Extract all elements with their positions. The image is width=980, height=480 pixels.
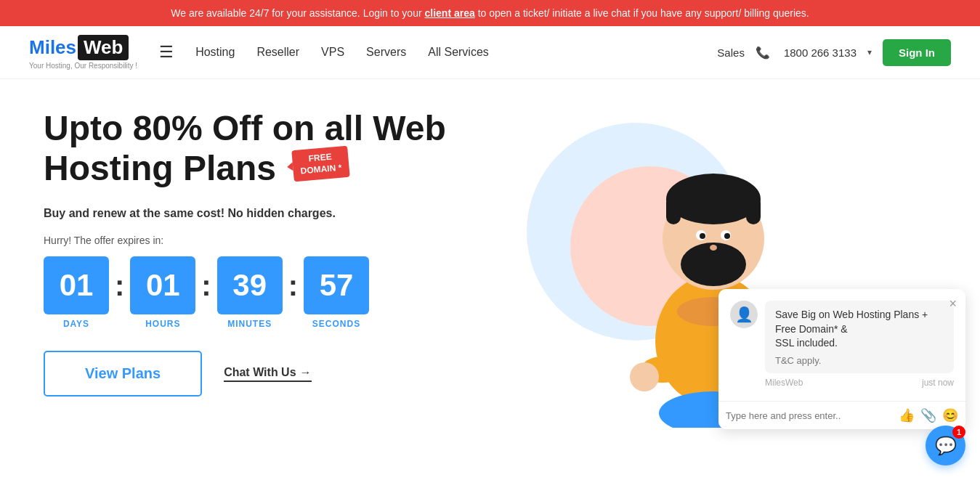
sales-label: Sales (717, 46, 745, 59)
svg-point-9 (724, 233, 730, 239)
chat-body: 👤 Save Big on Web Hosting Plans + Free D… (718, 289, 965, 401)
countdown-hours-unit: HOURS (145, 319, 180, 329)
sign-in-button[interactable]: Sign In (883, 39, 951, 66)
hero-title: Upto 80% Off on all Web Hosting Plans FR… (44, 108, 446, 188)
header: Miles Web Your Hosting, Our Responsibili… (0, 26, 980, 79)
chat-sender: MilesWeb just now (765, 378, 954, 388)
banner-text2: to open a ticket/ initiate a live chat i… (478, 7, 809, 19)
logo-tagline: Your Hosting, Our Responsibility ! (29, 62, 137, 70)
countdown-days-unit: DAYS (63, 319, 89, 329)
chat-attach-button[interactable]: 📎 (920, 407, 936, 423)
chat-message-row: 👤 Save Big on Web Hosting Plans + Free D… (730, 301, 954, 388)
logo-web: Web (78, 35, 129, 60)
hero-title-line2: Hosting Plans (44, 149, 276, 187)
hero-subtitle: Buy and renew at the same cost! No hidde… (44, 207, 490, 220)
chat-bubble: Save Big on Web Hosting Plans + Free Dom… (765, 301, 954, 373)
chat-emoji-button[interactable]: 😊 (942, 407, 958, 423)
chat-time: just now (922, 378, 954, 388)
countdown-sep-2: : (201, 271, 211, 300)
chat-badge: 1 (952, 426, 965, 439)
countdown-sep-1: : (115, 271, 124, 300)
countdown-timer: 01 DAYS : 01 HOURS : 39 MINUTES : 57 SEC… (44, 256, 490, 329)
logo[interactable]: Miles Web Your Hosting, Our Responsibili… (29, 35, 137, 70)
chat-close-button[interactable]: × (949, 296, 957, 312)
free-domain-tag: FREE DOMAIN * (292, 146, 350, 182)
client-area-link[interactable]: client area (424, 7, 474, 19)
countdown-sep-3: : (288, 271, 298, 300)
chat-link-arrow: → (300, 366, 312, 379)
chat-input-field[interactable] (726, 410, 893, 421)
svg-point-13 (630, 362, 659, 391)
hero-left: Upto 80% Off on all Web Hosting Plans FR… (44, 108, 490, 442)
chat-bubble-button[interactable]: 💬 1 (926, 426, 965, 457)
chat-input-row: 👍 📎 😊 (718, 401, 965, 429)
phone-icon: 📞 (756, 46, 770, 60)
main-nav: Hosting Reseller VPS Servers All Service… (195, 46, 717, 59)
countdown-minutes-value: 39 (217, 256, 283, 314)
svg-point-8 (700, 233, 705, 239)
chat-avatar: 👤 (730, 301, 758, 328)
chat-link-label: Chat With Us (224, 366, 296, 379)
countdown-minutes: 39 MINUTES (217, 256, 283, 329)
header-right: Sales 📞 1800 266 3133 ▾ Sign In (717, 39, 951, 66)
countdown-minutes-unit: MINUTES (227, 319, 272, 329)
countdown-label: Hurry! The offer expires in: (44, 235, 490, 246)
countdown-hours-value: 01 (130, 256, 195, 314)
svg-rect-4 (746, 195, 761, 224)
chat-avatar-emoji: 👤 (735, 306, 753, 323)
nav-vps[interactable]: VPS (321, 46, 344, 59)
view-plans-button[interactable]: View Plans (44, 351, 202, 396)
svg-rect-3 (666, 195, 681, 224)
chat-widget: × 👤 Save Big on Web Hosting Plans + Free… (718, 289, 965, 429)
cta-row: View Plans Chat With Us → (44, 351, 490, 396)
logo-miles: Miles (29, 36, 76, 59)
phone-number[interactable]: 1800 266 3133 (784, 46, 857, 59)
chat-with-us-link[interactable]: Chat With Us → (224, 366, 311, 382)
top-banner: We are available 24/7 for your assistanc… (0, 0, 980, 26)
chat-tc-text: T&C apply. (775, 355, 944, 366)
free-domain-line1: FREE (308, 152, 332, 164)
banner-text1: We are available 24/7 for your assistanc… (171, 7, 424, 19)
countdown-seconds: 57 SECONDS (304, 256, 369, 329)
svg-point-10 (710, 245, 717, 251)
countdown-seconds-value: 57 (304, 256, 369, 314)
nav-all-services[interactable]: All Services (428, 46, 489, 59)
free-domain-line2: DOMAIN * (300, 162, 342, 176)
chat-like-button[interactable]: 👍 (899, 407, 915, 423)
hamburger-menu-icon[interactable]: ☰ (159, 43, 174, 62)
phone-dropdown-icon[interactable]: ▾ (867, 47, 872, 57)
hero-title-line1: Upto 80% Off on all Web (44, 109, 446, 147)
nav-hosting[interactable]: Hosting (195, 46, 235, 59)
countdown-hours: 01 HOURS (130, 256, 195, 329)
chat-bubble-icon: 💬 (935, 436, 957, 456)
countdown-days-value: 01 (44, 256, 109, 314)
countdown-seconds-unit: SECONDS (312, 319, 360, 329)
countdown-days: 01 DAYS (44, 256, 109, 329)
nav-reseller[interactable]: Reseller (256, 46, 299, 59)
nav-servers[interactable]: Servers (366, 46, 406, 59)
chat-message-text: Save Big on Web Hosting Plans + Free Dom… (775, 308, 944, 351)
